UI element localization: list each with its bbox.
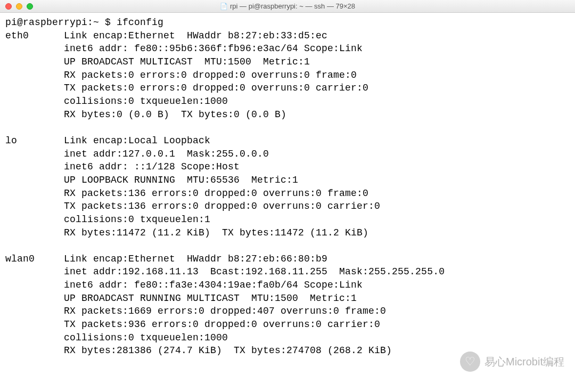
minimize-icon[interactable] [16,3,22,10]
traffic-lights [5,3,33,10]
file-icon: 📄 [220,3,228,10]
maximize-icon[interactable] [27,3,33,10]
window-titlebar: 📄 rpi — pi@raspberrypi: ~ — ssh — 79×28 [0,0,575,13]
watermark-text: 易心Microbit编程 [484,355,564,369]
window-title-text: rpi — pi@raspberrypi: ~ — ssh — 79×28 [230,2,355,10]
watermark: ♡ 易心Microbit编程 [460,352,564,372]
terminal-output[interactable]: pi@raspberrypi:~ $ ifconfig eth0 Link en… [0,13,575,363]
watermark-icon: ♡ [460,352,480,372]
window-title: 📄 rpi — pi@raspberrypi: ~ — ssh — 79×28 [0,2,575,10]
close-icon[interactable] [5,3,12,10]
